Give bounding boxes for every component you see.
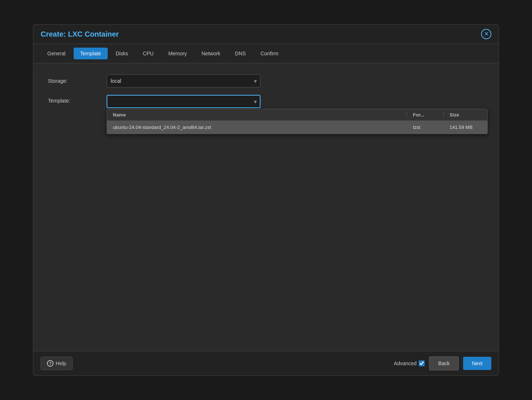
template-row: Template: Name For... Size ubuntu-24.04-… — [48, 95, 484, 108]
tab-confirm[interactable]: Confirm — [254, 48, 285, 59]
tab-cpu[interactable]: CPU — [136, 48, 160, 59]
col-name-header: Name — [107, 112, 407, 118]
dialog-header: Create: LXC Container ✕ — [33, 25, 499, 44]
help-button[interactable]: ? Help — [41, 357, 73, 370]
tab-memory[interactable]: Memory — [162, 48, 193, 59]
col-format-header: For... — [407, 112, 443, 118]
template-input-wrapper — [107, 95, 261, 108]
next-button[interactable]: Next — [463, 357, 491, 370]
dropdown-item-0[interactable]: ubuntu-24.04-standard_24.04-2_amd64.tar.… — [107, 121, 487, 134]
tab-bar: General Template Disks CPU Memory Networ… — [33, 44, 499, 63]
advanced-checkbox[interactable] — [419, 360, 425, 366]
tab-network[interactable]: Network — [195, 48, 227, 59]
advanced-label[interactable]: Advanced — [394, 360, 425, 366]
dialog-footer: ? Help Advanced Back Next — [33, 351, 499, 375]
storage-label: Storage: — [48, 78, 107, 84]
tab-dns[interactable]: DNS — [228, 48, 252, 59]
advanced-text: Advanced — [394, 360, 417, 366]
tab-general[interactable]: General — [41, 48, 72, 59]
item-format-0: tzst — [407, 125, 443, 130]
close-button[interactable]: ✕ — [481, 29, 491, 39]
template-input[interactable] — [107, 95, 261, 108]
help-label: Help — [56, 360, 66, 366]
template-dropdown: Name For... Size ubuntu-24.04-standard_2… — [107, 109, 488, 134]
col-size-header: Size — [443, 112, 487, 118]
help-icon: ? — [47, 360, 53, 367]
item-size-0: 141.59 MB — [443, 125, 487, 130]
storage-select-wrapper: local — [107, 74, 261, 88]
dialog-body: Storage: local Template: Name For... — [33, 63, 499, 351]
dropdown-header: Name For... Size — [107, 109, 487, 121]
tab-template[interactable]: Template — [74, 48, 108, 59]
dialog-title: Create: LXC Container — [41, 30, 119, 38]
storage-select[interactable]: local — [107, 74, 261, 88]
template-label: Template: — [48, 98, 107, 104]
item-name-0: ubuntu-24.04-standard_24.04-2_amd64.tar.… — [107, 125, 407, 130]
tab-disks[interactable]: Disks — [109, 48, 135, 59]
storage-row: Storage: local — [48, 74, 484, 88]
back-button[interactable]: Back — [429, 356, 459, 370]
create-lxc-dialog: Create: LXC Container ✕ General Template… — [33, 24, 499, 376]
template-input-container: Name For... Size ubuntu-24.04-standard_2… — [107, 95, 261, 108]
